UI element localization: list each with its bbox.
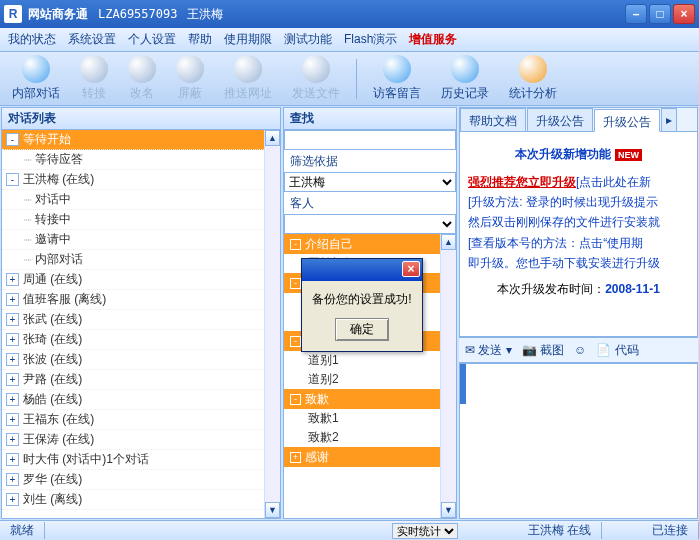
statusbar: 就绪 实时统计 王洪梅 在线 已连接: [0, 520, 699, 540]
announce-title: 本次升级新增功能: [515, 147, 611, 161]
tree-row[interactable]: -王洪梅 (在线): [2, 170, 264, 190]
resize-handle[interactable]: [460, 364, 466, 404]
menu-help[interactable]: 帮助: [188, 31, 212, 48]
send-button[interactable]: 发送: [478, 343, 502, 357]
toolbar-屏蔽: 屏蔽: [170, 53, 210, 104]
tree-row[interactable]: +杨皓 (在线): [2, 390, 264, 410]
toolbar-发送文件: 发送文件: [286, 53, 346, 104]
status-ready: 就绪: [0, 522, 45, 539]
screenshot-button[interactable]: 截图: [540, 343, 564, 357]
tree-row[interactable]: +王福东 (在线): [2, 410, 264, 430]
menu-flash[interactable]: Flash演示: [344, 31, 397, 48]
modal-titlebar[interactable]: ×: [302, 259, 422, 281]
phrase-section[interactable]: -致歉: [284, 389, 440, 409]
phrase-section[interactable]: -介绍自己: [284, 234, 440, 254]
filter-select[interactable]: 王洪梅: [284, 172, 456, 192]
minimize-button[interactable]: –: [625, 4, 647, 24]
toolbar-推送网址: 推送网址: [218, 53, 278, 104]
release-date: 2008-11-1: [605, 282, 660, 296]
tree-row[interactable]: +时大伟 (对话中)1个对话: [2, 450, 264, 470]
tab-upgrade1[interactable]: 升级公告: [527, 108, 593, 131]
menubar: 我的状态 系统设置 个人设置 帮助 使用期限 测试功能 Flash演示 增值服务: [0, 28, 699, 52]
tree-row[interactable]: +王保涛 (在线): [2, 430, 264, 450]
tree-row[interactable]: 内部对话: [2, 250, 264, 270]
modal-ok-button[interactable]: 确定: [335, 318, 389, 341]
menu-system[interactable]: 系统设置: [68, 31, 116, 48]
new-badge: NEW: [615, 149, 642, 161]
toolbar-内部对话[interactable]: 内部对话: [6, 53, 66, 104]
menu-test[interactable]: 测试功能: [284, 31, 332, 48]
modal-message: 备份您的设置成功!: [308, 291, 416, 308]
tree-row[interactable]: 转接中: [2, 210, 264, 230]
tree-row[interactable]: +张武 (在线): [2, 310, 264, 330]
tree-row[interactable]: +罗华 (在线): [2, 470, 264, 490]
phrase-item[interactable]: 道别1: [284, 351, 440, 370]
tree-row[interactable]: -等待开始: [2, 130, 264, 150]
scrollbar[interactable]: ▲▼: [264, 130, 280, 518]
conversation-title: 对话列表: [2, 108, 280, 130]
tree-row[interactable]: +尹路 (在线): [2, 370, 264, 390]
stat-select[interactable]: 实时统计: [392, 523, 458, 539]
toolbar-改名: 改名: [122, 53, 162, 104]
tree-row[interactable]: 等待应答: [2, 150, 264, 170]
menu-personal[interactable]: 个人设置: [128, 31, 176, 48]
phrase-item[interactable]: 致歉1: [284, 409, 440, 428]
compose-toolbar: ✉ 发送 ▾ 📷 截图 ☺ 📄 代码: [459, 337, 698, 363]
modal-dialog: × 备份您的设置成功! 确定: [301, 258, 423, 352]
tree-row[interactable]: 对话中: [2, 190, 264, 210]
app-title: 网站商务通: [28, 6, 88, 23]
modal-close-button[interactable]: ×: [402, 261, 420, 277]
phrase-section[interactable]: +感谢: [284, 447, 440, 467]
tree-row[interactable]: +刘生 (离线): [2, 490, 264, 510]
tab-help[interactable]: 帮助文档: [460, 108, 526, 131]
toolbar-访客留言[interactable]: 访客留言: [367, 53, 427, 104]
guest-select[interactable]: [284, 214, 456, 234]
license-code: LZA69557093: [98, 7, 177, 21]
current-user: 王洪梅: [187, 6, 223, 23]
menu-license[interactable]: 使用期限: [224, 31, 272, 48]
code-button[interactable]: 代码: [615, 343, 639, 357]
menu-vas[interactable]: 增值服务: [409, 31, 457, 48]
conversation-tree[interactable]: -等待开始等待应答-王洪梅 (在线)对话中转接中邀请中内部对话+周通 (在线)+…: [2, 130, 264, 518]
tree-row[interactable]: +值班客服 (离线): [2, 290, 264, 310]
toolbar: 内部对话转接改名屏蔽推送网址发送文件访客留言历史记录统计分析: [0, 52, 699, 106]
tree-row[interactable]: +张波 (在线): [2, 350, 264, 370]
maximize-button[interactable]: □: [649, 4, 671, 24]
phrase-item[interactable]: 致歉2: [284, 428, 440, 447]
status-user: 王洪梅 在线: [518, 522, 602, 539]
scrollbar[interactable]: ▲▼: [440, 234, 456, 518]
phrase-item[interactable]: 道别2: [284, 370, 440, 389]
status-conn: 已连接: [642, 522, 699, 539]
announce-hot[interactable]: 强烈推荐您立即升级: [468, 175, 576, 189]
compose-area[interactable]: [459, 363, 698, 519]
toolbar-历史记录[interactable]: 历史记录: [435, 53, 495, 104]
info-panel: 帮助文档 升级公告 升级公告 ▸ 本次升级新增功能NEW 强烈推荐您立即升级[点…: [459, 107, 698, 519]
info-tabs: 帮助文档 升级公告 升级公告 ▸: [460, 108, 697, 132]
filter-label: 筛选依据: [284, 150, 456, 172]
tree-row[interactable]: 邀请中: [2, 230, 264, 250]
toolbar-统计分析[interactable]: 统计分析: [503, 53, 563, 104]
tab-overflow[interactable]: ▸: [661, 108, 677, 131]
conversation-panel: 对话列表 -等待开始等待应答-王洪梅 (在线)对话中转接中邀请中内部对话+周通 …: [1, 107, 281, 519]
announcement: 本次升级新增功能NEW 强烈推荐您立即升级[点击此处在新 [升级方法: 登录的时…: [460, 132, 697, 336]
guest-label: 客人: [284, 192, 456, 214]
toolbar-转接: 转接: [74, 53, 114, 104]
app-logo: R: [4, 5, 22, 23]
search-input[interactable]: [284, 130, 456, 150]
menu-status[interactable]: 我的状态: [8, 31, 56, 48]
tab-upgrade2[interactable]: 升级公告: [594, 109, 660, 132]
titlebar: R 网站商务通 LZA69557093 王洪梅 – □ ×: [0, 0, 699, 28]
emoji-button[interactable]: ☺: [574, 343, 586, 357]
tree-row[interactable]: +张琦 (在线): [2, 330, 264, 350]
search-label: 查找: [284, 108, 456, 130]
close-button[interactable]: ×: [673, 4, 695, 24]
tree-row[interactable]: +周通 (在线): [2, 270, 264, 290]
